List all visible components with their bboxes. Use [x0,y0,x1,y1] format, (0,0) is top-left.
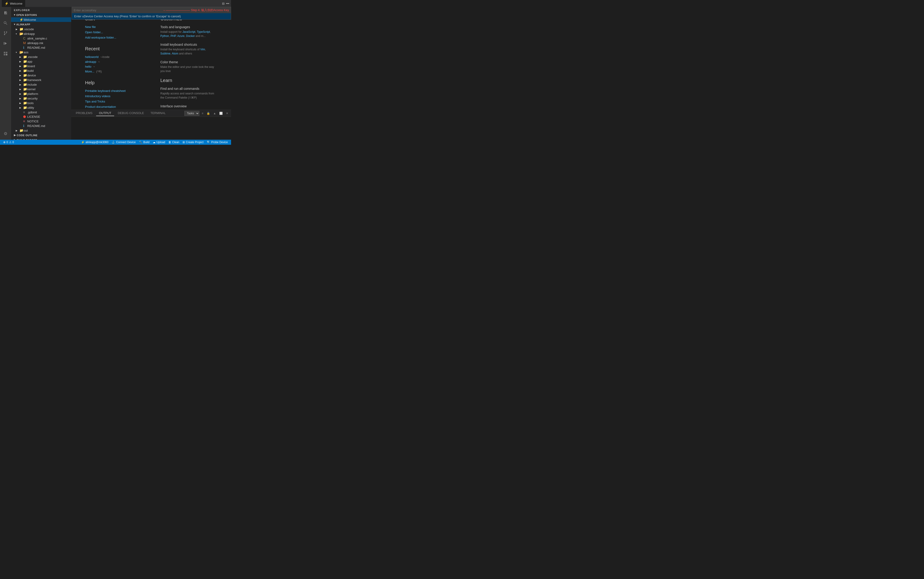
help-section: Help Printable keyboard cheatsheet Intro… [85,80,142,110]
tree-item-utility[interactable]: ▶ 📁 utility [11,105,71,110]
new-file-link[interactable]: New file [85,25,142,29]
activity-search[interactable] [2,19,10,27]
build-target-header[interactable]: ▶ BUILD TARGET [11,137,71,140]
activity-source-control[interactable] [2,29,10,38]
vscode-1-arrow: ▶ [16,28,20,31]
status-left: ⊗ 0 ⚠ 0 [2,140,15,145]
status-probe-device[interactable]: 🔍 Probe Device [205,140,229,145]
alinkapp-header[interactable]: ▾ ALINKAPP [11,22,71,27]
tools-docker-link[interactable]: Docker [186,34,195,38]
panel-tab-output[interactable]: OUTPUT [96,110,114,116]
tree-item-vscode-2[interactable]: ▶ 📁 .vscode [11,54,71,59]
customize-tools-desc: Install support for JavaScript, TypeScri… [160,30,217,38]
tree-item-gdbinit[interactable]: ≡ .gdbinit [11,110,71,114]
tree-item-tools[interactable]: ▶ 📁 tools [11,101,71,105]
activity-debug[interactable] [2,39,10,47]
add-workspace-link[interactable]: Add workspace folder... [85,36,142,39]
status-upload[interactable]: ☁ Upload [151,140,167,145]
tree-item-board[interactable]: ▶ 📁 board [11,64,71,68]
status-clean[interactable]: 🗑 Clean [167,140,181,145]
tree-item-readme-1[interactable]: ℹ README.md [11,45,71,50]
panel-lock-icon[interactable]: 🔒 [206,111,211,115]
tree-item-security[interactable]: ▶ 📁 security [11,96,71,101]
readme-2-icon: ℹ [23,124,27,128]
recent-alinkapp-name[interactable]: alinkapp [85,60,96,64]
tree-item-kernel[interactable]: ▶ 📁 kernel [11,87,71,92]
keyboard-sublime-link[interactable]: Sublime [160,52,170,55]
status-connect-device[interactable]: ⚓ Connect Device [110,140,137,145]
recent-item-hello[interactable]: hello ~ [85,65,142,68]
recent-item-alinkapp[interactable]: alinkapp ~ [85,60,142,64]
recent-hello-name[interactable]: hello [85,65,91,68]
recent-helloworld-name[interactable]: helloworld [85,55,98,59]
status-errors-warnings[interactable]: ⊗ 0 ⚠ 0 [2,140,15,145]
tree-item-build[interactable]: ▶ 📁 build [11,68,71,73]
panel-tasks-select[interactable]: Tasks [184,111,199,116]
recent-item-helloworld[interactable]: helloworld ~/code [85,55,142,59]
activity-explorer[interactable]: ⎘ [2,9,10,17]
tree-item-include[interactable]: ▶ 📁 include [11,82,71,87]
vscode-1-icon: 📁 [20,27,23,31]
customize-keyboard: Install keyboard shortcuts Install the k… [160,43,217,56]
panel-tab-problems[interactable]: PROBLEMS [73,110,95,116]
panel-up-icon[interactable]: ▲ [212,111,217,115]
build-label: Build [143,141,149,144]
tree-item-alinkapp[interactable]: ▾ 📂 alinkapp [11,31,71,36]
keyboard-vim-link[interactable]: Vim [200,48,205,51]
svg-point-3 [6,31,7,33]
status-device[interactable]: ⚡ alinkapp@mk3060 [80,140,110,145]
activity-extensions[interactable] [2,49,10,58]
activity-settings[interactable]: ⚙ [2,129,10,138]
panel-list-icon[interactable]: ≡ [201,111,204,115]
tree-item-aos[interactable]: ▾ 📂 aos [11,50,71,54]
tree-item-vscode-1[interactable]: ▶ 📁 .vscode [11,27,71,31]
create-project-label: Create Project [186,141,204,144]
open-folder-link[interactable]: Open folder... [85,31,142,34]
code-outline-header[interactable]: ▶ CODE OUTLINE [11,133,71,137]
tree-item-device[interactable]: ▶ 📁 device [11,73,71,78]
panel-tab-debug[interactable]: DEBUG CONSOLE [115,110,147,116]
open-editor-welcome[interactable]: ⚡ Welcome [11,17,71,22]
open-editors-header[interactable]: ▾ Open Editors [11,13,71,17]
create-project-icon: ⊞ [182,141,185,144]
help-link-3[interactable]: Product documentation [85,105,142,108]
tools-php-link[interactable]: PHP [171,34,176,38]
more-actions-icon[interactable]: ••• [226,2,229,5]
access-key-input-row: ←———————— Step 4. 输入你的Access Key [72,7,231,13]
help-link-0[interactable]: Printable keyboard cheatsheet [85,89,142,93]
tools-ts-link[interactable]: TypeScript [197,30,210,33]
help-link-1[interactable]: Introductory videos [85,95,142,98]
aos-arrow: ▾ [16,51,20,54]
panel-tab-terminal[interactable]: TERMINAL [148,110,169,116]
tools-js-link[interactable]: JavaScript [182,30,195,33]
keyboard-atom-link[interactable]: Atom [172,52,178,55]
tools-python-link[interactable]: Python [160,34,169,38]
tree-item-app[interactable]: ▶ 📁 app [11,59,71,64]
tree-item-out[interactable]: ▶ 📁 out [11,128,71,133]
welcome-tab[interactable]: ⚡ Welcome [2,0,25,7]
tree-item-readme-2[interactable]: ℹ README.md [11,124,71,128]
more-link[interactable]: More... [85,70,94,73]
out-label: out [23,129,28,132]
customize-color: Color theme Make the editor and your cod… [160,60,217,73]
welcome-file-icon: ⚡ [20,18,23,21]
panel-close-icon[interactable]: ✕ [225,111,229,115]
status-create-project[interactable]: ⊞ Create Project [181,140,205,145]
split-editor-icon[interactable]: ⊟ [222,2,225,5]
access-key-input[interactable] [74,8,161,12]
help-link-2[interactable]: Tips and Tricks [85,100,142,103]
tree-item-license[interactable]: 🔴 LICENSE [11,114,71,119]
status-build[interactable]: 🔨 Build [138,140,151,145]
notice-label: NOTICE [27,119,39,123]
customize-color-desc: Make the editor and your code look the w… [160,65,217,73]
tree-item-platform[interactable]: ▶ 📁 platform [11,92,71,96]
tree-item-alinkapp-mk[interactable]: M alinkapp.mk [11,41,71,45]
keyboard-desc1: Install the keyboard shortcuts of [160,48,200,51]
tree-item-alink-sample[interactable]: C alink_sample.c [11,36,71,41]
notice-icon: ≡ [23,119,27,123]
tools-azure-link[interactable]: Azure [177,34,184,38]
tree-item-framework[interactable]: ▶ 📁 framework [11,78,71,82]
panel-layout-icon[interactable]: ⬜ [218,111,224,115]
tree-item-notice[interactable]: ≡ NOTICE [11,119,71,124]
error-icon: ⊗ [3,141,5,144]
